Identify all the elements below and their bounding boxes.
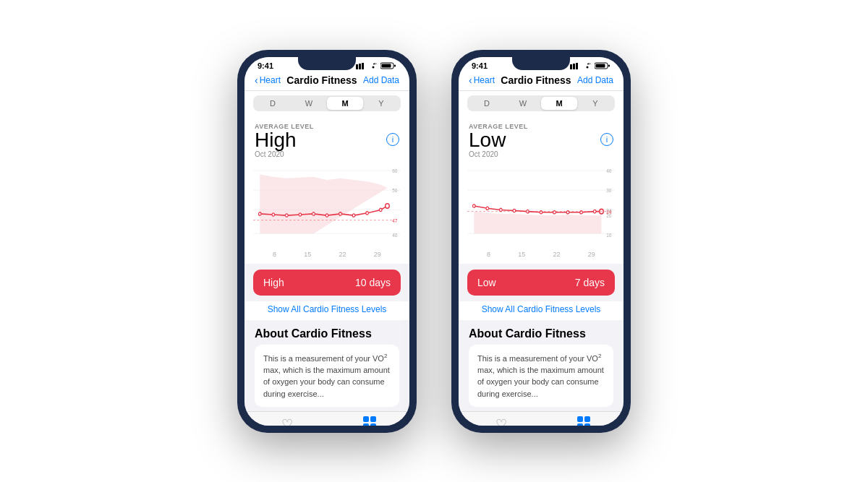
svg-point-30 xyxy=(587,66,589,68)
segment-row-1: D W M Y xyxy=(244,91,409,116)
nav-back-2[interactable]: ‹ Heart xyxy=(469,74,495,86)
svg-text:10: 10 xyxy=(606,232,611,238)
nav-title-2: Cardio Fitness xyxy=(501,74,571,86)
about-text-1: This is a measurement of your VO2 max, w… xyxy=(263,352,391,400)
show-all-link-1[interactable]: Show All Cardio Fitness Levels xyxy=(244,301,409,320)
svg-rect-33 xyxy=(608,64,610,66)
svg-rect-27 xyxy=(570,64,572,69)
info-icon-2[interactable]: i xyxy=(600,133,613,146)
show-all-link-2[interactable]: Show All Cardio Fitness Levels xyxy=(459,301,624,320)
browse-icon-1 xyxy=(363,416,376,425)
x-label-2-2: 15 xyxy=(518,251,525,258)
segment-y-2[interactable]: Y xyxy=(577,97,613,110)
segment-d-2[interactable]: D xyxy=(469,97,505,110)
segment-w-1[interactable]: W xyxy=(291,97,327,110)
svg-point-22 xyxy=(366,211,369,214)
svg-rect-1 xyxy=(359,64,361,69)
chart-section-1: AVERAGE LEVEL High Oct 2020 i xyxy=(244,116,409,264)
chart-area-2: 40 30 24 20 10 xyxy=(467,163,615,249)
svg-point-23 xyxy=(379,208,382,211)
svg-point-19 xyxy=(326,213,328,216)
tab-browse-1[interactable]: Browse xyxy=(359,416,380,425)
tab-bar-2: ♡ Summary Browse xyxy=(459,411,624,425)
status-bar-2: 9:41 xyxy=(459,57,624,72)
segment-d-1[interactable]: D xyxy=(255,97,291,110)
badge-label-1: High xyxy=(263,277,284,288)
svg-text:60: 60 xyxy=(392,168,397,174)
svg-rect-6 xyxy=(394,64,396,66)
date-label-1: Oct 2020 xyxy=(255,150,297,158)
svg-rect-5 xyxy=(382,64,391,67)
about-card-1: This is a measurement of your VO2 max, w… xyxy=(255,345,399,408)
about-text-2: This is a measurement of your VO2 max, w… xyxy=(477,352,605,400)
svg-point-14 xyxy=(258,212,261,215)
badge-label-2: Low xyxy=(477,277,496,288)
info-icon-1[interactable]: i xyxy=(386,133,399,146)
badge-value-2: 7 days xyxy=(575,277,605,288)
svg-text:24: 24 xyxy=(606,209,611,215)
chart-area-1: 60 50 40 xyxy=(253,163,401,249)
badge-value-1: 10 days xyxy=(355,277,391,288)
svg-text:50: 50 xyxy=(392,187,397,194)
tab-bar-1: ♡ Summary Browse xyxy=(244,411,409,425)
x-label-2-3: 22 xyxy=(553,251,561,258)
status-bar-1: 9:41 xyxy=(244,57,409,72)
phone-high: 9:41 ‹ Heart Cardio Fitness Add Data xyxy=(237,50,417,433)
summary-badge-2[interactable]: Low 7 days xyxy=(467,270,615,296)
show-all-text-1: Show All Cardio Fitness Levels xyxy=(268,304,387,314)
avg-value-2: Low xyxy=(469,130,506,150)
svg-point-17 xyxy=(299,212,302,215)
svg-point-24 xyxy=(386,203,390,208)
nav-back-label-1: Heart xyxy=(260,75,281,85)
phone-low: 9:41 ‹ Heart Cardio Fitness Add Data xyxy=(451,50,631,433)
svg-point-21 xyxy=(352,213,355,216)
chart-x-labels-1: 8 15 22 29 xyxy=(255,249,399,258)
svg-point-20 xyxy=(339,212,342,215)
nav-action-2[interactable]: Add Data xyxy=(577,75,613,85)
segment-m-1[interactable]: M xyxy=(327,97,363,110)
scene: 9:41 ‹ Heart Cardio Fitness Add Data xyxy=(0,0,868,482)
nav-back-1[interactable]: ‹ Heart xyxy=(255,74,281,86)
status-time-2: 9:41 xyxy=(472,61,488,70)
avg-value-1: High xyxy=(255,130,297,150)
heart-icon-1: ♡ xyxy=(281,416,293,425)
x-label-1-4: 29 xyxy=(374,251,381,258)
about-title-2: About Cardio Fitness xyxy=(469,327,613,340)
segment-control-1: D W M Y xyxy=(253,95,401,111)
svg-point-44 xyxy=(486,207,489,210)
tab-summary-2[interactable]: ♡ Summary xyxy=(488,416,516,425)
nav-action-1[interactable]: Add Data xyxy=(363,75,399,85)
tab-browse-2[interactable]: Browse xyxy=(573,416,595,425)
nav-title-1: Cardio Fitness xyxy=(286,74,357,86)
tab-summary-1[interactable]: ♡ Summary xyxy=(273,416,302,425)
status-icons-2 xyxy=(570,62,610,69)
svg-rect-32 xyxy=(596,64,605,67)
nav-back-label-2: Heart xyxy=(474,75,495,85)
chart-section-2: AVERAGE LEVEL Low Oct 2020 i xyxy=(459,116,624,264)
chart-x-labels-2: 8 15 22 29 xyxy=(469,249,613,258)
browse-icon-2 xyxy=(577,416,590,425)
svg-point-15 xyxy=(272,212,275,215)
svg-point-3 xyxy=(373,66,375,68)
about-card-2: This is a measurement of your VO2 max, w… xyxy=(469,345,613,408)
about-section-2: About Cardio Fitness This is a measureme… xyxy=(459,320,624,412)
back-chevron-2: ‹ xyxy=(469,74,472,86)
about-title-1: About Cardio Fitness xyxy=(255,327,399,340)
segment-w-2[interactable]: W xyxy=(505,97,541,110)
status-time-1: 9:41 xyxy=(258,61,273,70)
segment-m-2[interactable]: M xyxy=(541,97,577,110)
svg-rect-2 xyxy=(362,63,364,69)
status-icons-1 xyxy=(356,62,396,69)
nav-bar-2: ‹ Heart Cardio Fitness Add Data xyxy=(459,72,624,91)
nav-bar-1: ‹ Heart Cardio Fitness Add Data xyxy=(244,72,409,91)
heart-icon-2: ♡ xyxy=(495,416,507,425)
back-chevron-1: ‹ xyxy=(255,74,258,86)
svg-text:40: 40 xyxy=(392,232,397,238)
summary-badge-1[interactable]: High 10 days xyxy=(253,270,401,296)
svg-point-43 xyxy=(472,204,475,207)
segment-y-1[interactable]: Y xyxy=(363,97,399,110)
svg-text:40: 40 xyxy=(606,168,611,174)
svg-point-16 xyxy=(286,213,289,216)
svg-text:47: 47 xyxy=(392,218,397,224)
svg-rect-28 xyxy=(573,64,575,69)
